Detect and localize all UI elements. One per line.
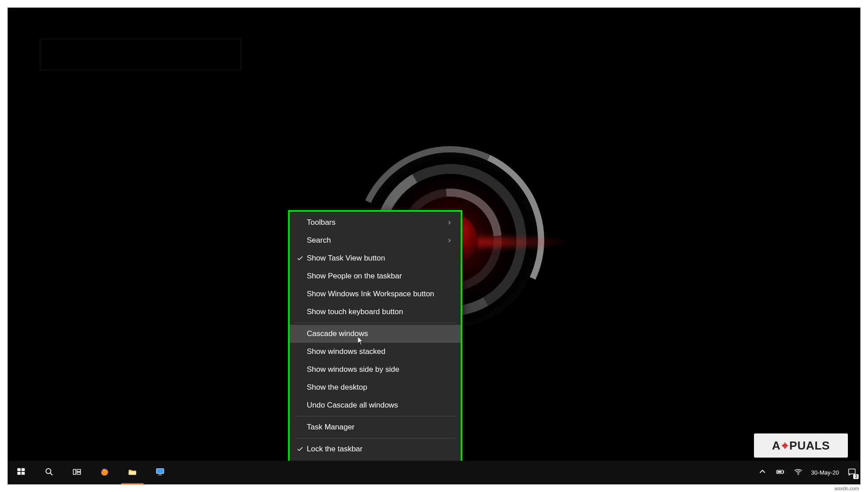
menu-item-label: Show People on the taskbar xyxy=(307,272,445,281)
menu-item-show-windows-stacked[interactable]: Show windows stacked xyxy=(290,343,461,361)
mouse-cursor xyxy=(358,336,364,345)
notifications-badge: 3 xyxy=(853,474,859,479)
chevron-right-icon xyxy=(445,220,453,225)
menu-item-show-people-on-the-taskbar[interactable]: Show People on the taskbar xyxy=(290,267,461,285)
menu-separator xyxy=(294,416,456,416)
taskbar-start-button[interactable] xyxy=(8,461,35,484)
menu-item-label: Show the desktop xyxy=(307,383,445,392)
check-icon xyxy=(293,446,307,453)
watermark-target-icon: ⌖ xyxy=(782,439,789,453)
watermark-logo: A ⌖ PUALS xyxy=(754,433,848,458)
taskbar-app-button[interactable] xyxy=(146,461,174,484)
app-icon xyxy=(155,467,165,479)
menu-item-label: Show Task View button xyxy=(307,254,445,263)
system-tray[interactable]: 30-May-20 3 xyxy=(754,461,860,484)
taskbar[interactable]: 30-May-20 3 xyxy=(8,461,860,484)
search-icon xyxy=(44,467,54,479)
menu-item-show-the-desktop[interactable]: Show the desktop xyxy=(290,378,461,396)
menu-item-label: Show windows stacked xyxy=(307,347,445,356)
watermark-text-b: PUALS xyxy=(789,439,830,453)
menu-item-undo-cascade-all-windows[interactable]: Undo Cascade all windows xyxy=(290,396,461,414)
wifi-icon[interactable] xyxy=(793,467,803,478)
menu-item-label: Show touch keyboard button xyxy=(307,307,445,316)
menu-item-label: Undo Cascade all windows xyxy=(307,401,445,410)
firefox-icon xyxy=(100,467,110,479)
taskbar-task-view-button[interactable] xyxy=(63,461,91,484)
taskbar-spacer xyxy=(174,461,754,484)
menu-item-show-windows-ink-workspace-button[interactable]: Show Windows Ink Workspace button xyxy=(290,285,461,303)
chevron-right-icon xyxy=(445,238,453,243)
taskbar-search-button[interactable] xyxy=(35,461,63,484)
menu-item-label: Show Windows Ink Workspace button xyxy=(307,290,445,299)
desktop[interactable]: ToolbarsSearchShow Task View buttonShow … xyxy=(8,8,860,484)
tray-chevron-icon[interactable] xyxy=(758,467,767,478)
clock[interactable]: 30-May-20 xyxy=(811,469,839,476)
file-explorer-icon xyxy=(127,467,137,479)
menu-item-lock-the-taskbar[interactable]: Lock the taskbar xyxy=(290,440,461,458)
svg-rect-4 xyxy=(849,469,855,474)
battery-icon[interactable] xyxy=(775,467,785,478)
task-view-icon xyxy=(72,467,82,479)
menu-separator xyxy=(294,438,456,438)
check-icon xyxy=(293,255,307,262)
menu-separator xyxy=(294,323,456,323)
tray-date: 30-May-20 xyxy=(811,469,839,476)
notifications-icon[interactable]: 3 xyxy=(847,467,857,478)
menu-item-label: Search xyxy=(307,236,445,245)
menu-item-label: Task Manager xyxy=(307,423,445,432)
minimized-window-outline xyxy=(40,39,241,70)
menu-item-label: Cascade windows xyxy=(307,329,445,338)
menu-item-label: Toolbars xyxy=(307,218,445,227)
menu-item-show-task-view-button[interactable]: Show Task View button xyxy=(290,249,461,267)
taskbar-context-menu: ToolbarsSearchShow Task View buttonShow … xyxy=(288,210,462,479)
menu-item-label: Show windows side by side xyxy=(307,365,445,374)
taskbar-file-explorer-button[interactable] xyxy=(119,461,146,484)
menu-item-toolbars[interactable]: Toolbars xyxy=(290,214,461,231)
watermark-text-a: A xyxy=(772,439,780,453)
taskbar-firefox-button[interactable] xyxy=(91,461,119,484)
source-credit: wsxdn.com xyxy=(834,486,859,491)
menu-item-show-windows-side-by-side[interactable]: Show windows side by side xyxy=(290,361,461,378)
menu-item-search[interactable]: Search xyxy=(290,231,461,249)
start-icon xyxy=(17,467,26,479)
menu-item-cascade-windows[interactable]: Cascade windows xyxy=(290,325,461,343)
svg-rect-1 xyxy=(783,471,784,473)
svg-rect-2 xyxy=(777,471,781,473)
menu-item-label: Lock the taskbar xyxy=(307,445,445,454)
svg-point-3 xyxy=(798,474,799,475)
menu-item-show-touch-keyboard-button[interactable]: Show touch keyboard button xyxy=(290,303,461,321)
menu-item-task-manager[interactable]: Task Manager xyxy=(290,418,461,436)
